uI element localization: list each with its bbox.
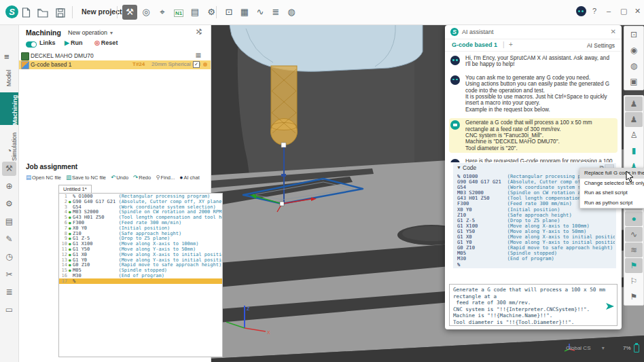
chat-input-box[interactable]: Generate a G code that will process a 10… [449,284,618,326]
operation-checkbox[interactable]: ✓ [193,61,200,68]
editor-line-6[interactable]: 6●F300(Feed rate 300 mm/min) [59,220,222,225]
close-button[interactable]: ✕ [634,7,641,16]
settings-icon[interactable]: ⚙ [2,197,16,211]
library-icon[interactable]: ▤ [2,215,16,229]
job-toolbar: ▤Open NC file▥Save to NC file↶Undo↷Redo⚲… [26,174,209,182]
rail-tab-machining[interactable]: Machining [0,92,18,125]
post-icon[interactable]: ◍ [284,5,299,20]
editor-line-8[interactable]: 8●Z10(Safe approach height) [59,231,222,236]
links-toggle[interactable] [26,41,37,48]
flag-filled-icon[interactable]: ⚑ [625,258,643,273]
coordinate-system-selector[interactable]: Global CS ▾ [566,345,605,351]
user-avatar[interactable] [576,6,586,16]
shaded-view-icon[interactable]: ◉ [625,43,643,58]
editor-line-9[interactable]: 9●G1 Z-5(Drop to Z5 plane) [59,236,222,241]
grid-icon[interactable]: ▦ [195,52,201,58]
machine-icon[interactable]: ◎ [139,5,154,20]
edit-icon[interactable]: ✎ [2,232,16,247]
editor-line-13[interactable]: 13●G1 Y0(Move along Y-axis to initial po… [59,257,222,263]
find-button[interactable]: ⚲Find... [156,175,175,181]
editor-line-15[interactable]: 15●M05(Spindle stopped) [59,268,222,273]
new-file-icon[interactable] [19,6,33,18]
save-nc-file-button[interactable]: ▥Save to NC file [66,175,106,181]
new-operation-dropdown[interactable]: New operation ▼ [68,29,114,36]
run-button[interactable]: ▶Run [65,39,82,46]
menu-item[interactable]: Change selected text only [580,179,644,189]
fit-view-icon[interactable]: ⊡ [625,27,643,42]
chevron-down-icon: ▼ [109,31,114,35]
editor-line-16[interactable]: 16 M30(End of program) [59,273,222,278]
menu-icon[interactable]: ≡ [4,52,10,62]
editor-line-3[interactable]: 3 G54(Work coordinate system selection) [59,204,222,210]
time-icon[interactable]: ◷ [2,250,16,264]
ai-settings-button[interactable]: AI Settings [587,42,615,49]
svg-text:X: X [267,330,270,335]
reset-button[interactable]: ◎Reset [94,39,118,46]
link-icon[interactable]: ⊡ [221,5,236,20]
minimize-button[interactable]: – [607,7,611,15]
ai-tab-active[interactable]: G-code based 1 [452,41,497,48]
wire-shaded-view-icon[interactable]: ◍ [625,58,643,73]
tree-row-operation[interactable]: G-code based 1 T#24 20mm Spherical mill … [18,60,211,69]
editor-line-1[interactable]: 1 % O1000(Rectangular processing program… [59,194,222,199]
new-chat-tab-button[interactable]: + [509,41,513,48]
flag-hatched-icon[interactable]: ⚑ [625,289,643,304]
tool-tip-handle[interactable] [281,143,286,147]
report-icon[interactable]: ▤ [187,5,202,20]
tree-row-machine[interactable]: DECKEL MAHO DMU70 ▦ [18,52,211,60]
editor-line-10[interactable]: 10●G1 X100(Move along X-axis to 100mm) [59,241,222,247]
restore-button[interactable]: ▢ [620,7,627,16]
chat-input-text[interactable]: Generate a G code that will process a 10… [453,287,606,326]
print-icon[interactable]: ≣ [2,285,16,300]
setup-tool-icon[interactable]: ⚒ [2,162,16,176]
control-panel-icon[interactable]: ▦ [237,5,252,20]
open-file-icon[interactable] [36,6,50,18]
editor-line-4[interactable]: 4●M03 S2000(Spindle on CW rotation and 2… [59,209,222,215]
new-operation-label: New operation [68,29,107,36]
editor-line-17[interactable]: 17 % [59,278,222,284]
tool-outline-icon[interactable]: ♙ [625,128,643,143]
redo-button[interactable]: ↷Redo [133,175,151,181]
menu-item[interactable]: Run as shell script [580,188,644,198]
schedule-icon[interactable]: ∿ [253,5,268,20]
curves-icon[interactable]: ≋ [625,242,643,257]
editor-line-12[interactable]: 12●G1 X0(Move along X-axis to initial po… [59,252,222,257]
editor-line-2[interactable]: 2●G90 G40 G17 G21(Absolute, Cutter comp … [59,199,222,204]
titlebar: S New project ⚒◎⌖N1▤⚙ ⊡▦∿≣◍ ? – ▢ ✕ [0,0,644,25]
wrench-icon[interactable]: ⚒ [195,29,204,35]
code-actions-menu: Replace full G code in the operationChan… [579,168,644,209]
frame-icon[interactable]: ▭ [2,303,16,317]
wireframe-view-icon[interactable]: ▣ [625,74,643,89]
message-line: Here is the requested G-code program for… [465,158,615,162]
machining-setup-icon[interactable]: ⚒ [122,5,137,20]
undo-button[interactable]: ↶Undo [111,175,128,181]
compass-icon[interactable]: ⊕ [2,179,16,194]
tool-holder-shank-icon[interactable]: ♟ [625,112,643,127]
cut-icon[interactable]: ✂ [2,268,16,282]
curve-icon[interactable]: ∿ [625,227,643,242]
caliper-icon[interactable]: ⌖ [155,5,170,20]
collapse-caret-icon[interactable]: ▼ [457,165,461,170]
close-icon[interactable]: ✕ [611,28,616,35]
save-file-icon[interactable] [54,6,67,18]
flag-outline-icon[interactable]: ⚐ [625,274,643,289]
job-assignment-panel: Job assignment ▤Open NC file▥Save to NC … [18,158,211,362]
point-icon[interactable]: ● [625,211,643,226]
editor-line-11[interactable]: 11●G1 Y50(Move along Y-axis to 50mm) [59,247,222,252]
nc-program-icon[interactable]: N1 [171,5,186,20]
tool-holder-icon[interactable]: ♟ [625,96,643,111]
editor-line-7[interactable]: 7●X0 Y0(Initial position) [59,225,222,231]
rail-tab-model[interactable]: Model [0,64,18,90]
help-button[interactable]: ? [592,7,596,15]
layers-icon[interactable]: ≣ [268,5,283,20]
editor-line-14[interactable]: 14●G0 Z10(Rapid move to safe approach he… [59,262,222,268]
send-button[interactable] [606,301,614,309]
ai-chat-button[interactable]: ●AI chat [179,175,200,181]
origin-icon[interactable]: ◔ [2,144,16,158]
gcode-editor[interactable]: 1 % O1000(Rectangular processing program… [58,193,223,357]
menu-item[interactable]: Run as python script [580,198,644,209]
editor-line-5[interactable]: 5●G43 H01 Z50(Tool length compensation a… [59,215,222,220]
menu-item[interactable]: Replace full G code in the operation [580,168,644,179]
tool-cylinder-icon[interactable]: ▮ [625,143,643,158]
open-nc-file-button[interactable]: ▤Open NC file [26,175,61,181]
